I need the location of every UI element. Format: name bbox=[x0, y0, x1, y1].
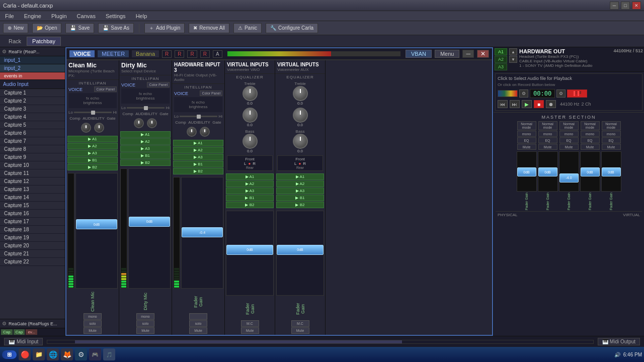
maximize-button[interactable]: □ bbox=[621, 2, 630, 10]
ms-fader-track-a1[interactable]: 0dB bbox=[517, 151, 537, 192]
send-a3-1[interactable]: ▶ A3 bbox=[67, 150, 118, 156]
capture-5[interactable]: Capture 5 bbox=[0, 121, 65, 129]
a-button[interactable]: A bbox=[213, 50, 222, 58]
send-b2-2[interactable]: ▶ B2 bbox=[120, 159, 171, 166]
menu-engine[interactable]: Engine bbox=[22, 13, 43, 19]
configure-button[interactable]: 🔧 Configure Carla bbox=[266, 23, 318, 33]
ms-mono-a1[interactable]: mono bbox=[517, 131, 536, 137]
capture-16[interactable]: Capture 16 bbox=[0, 210, 65, 218]
capture-10[interactable]: Capture 10 bbox=[0, 161, 65, 169]
minimize-button[interactable]: ─ bbox=[610, 2, 619, 10]
capture-20[interactable]: Capture 20 bbox=[0, 242, 65, 250]
taskbar-icon-browser[interactable]: 🌐 bbox=[47, 348, 59, 360]
knob-comp-3[interactable] bbox=[187, 127, 197, 137]
mute-btn-1[interactable]: Mute bbox=[84, 327, 102, 334]
slider-thumb-1[interactable] bbox=[91, 111, 95, 115]
slider-track-2[interactable] bbox=[127, 107, 165, 109]
taskbar-speaker-icon[interactable]: 🔊 bbox=[614, 352, 620, 357]
play-button[interactable]: ▶ bbox=[522, 100, 532, 108]
capture-12[interactable]: Capture 12 bbox=[0, 177, 65, 186]
meeter-button[interactable]: MEETER bbox=[98, 50, 129, 57]
send-a2-1[interactable]: ▶ A2 bbox=[67, 143, 118, 149]
tab-patchbay[interactable]: Patchbay bbox=[27, 37, 61, 46]
tab-rack[interactable]: Rack bbox=[3, 37, 27, 46]
knob-comp-1[interactable] bbox=[81, 123, 91, 133]
capture-4[interactable]: Capture 4 bbox=[0, 113, 65, 121]
panel-minimize-button[interactable]: ─ bbox=[462, 50, 474, 58]
send-a2-vi2[interactable]: ▶ A2 bbox=[276, 180, 324, 187]
settings-button[interactable]: ⚙ bbox=[519, 89, 528, 98]
remove-all-button[interactable]: ✖ Remove All bbox=[189, 23, 229, 33]
banana-button[interactable]: Banana bbox=[132, 50, 159, 57]
mono-btn-2[interactable]: mono bbox=[136, 313, 154, 320]
color-panel-btn-3[interactable]: Color Panel bbox=[200, 90, 222, 96]
capture-6[interactable]: Capture 6 bbox=[0, 129, 65, 137]
send-a3-vi2[interactable]: ▶ A3 bbox=[276, 188, 324, 194]
knob-gate-2[interactable] bbox=[147, 118, 157, 128]
ms-fader-track-a2[interactable]: 0dB bbox=[538, 151, 558, 192]
ms-fader-b1[interactable]: 0dB bbox=[581, 167, 600, 176]
capture-8[interactable]: Capture 8 bbox=[0, 145, 65, 153]
vban-button[interactable]: VBAN bbox=[406, 50, 432, 58]
ms-fader-a2[interactable]: 0dB bbox=[538, 167, 557, 176]
send-a3-3[interactable]: ▶ A3 bbox=[173, 154, 223, 160]
close-button[interactable]: ✕ bbox=[632, 2, 641, 10]
fader-track-1[interactable]: 0dB bbox=[75, 173, 118, 289]
mc-btn-vi1[interactable]: M.C bbox=[241, 320, 259, 327]
mute-btn-vi2[interactable]: Mute bbox=[291, 327, 309, 334]
mute-btn-vi1[interactable]: Mute bbox=[241, 327, 259, 334]
send-b1-3[interactable]: ▶ B1 bbox=[173, 161, 223, 167]
color-panel-btn-1[interactable]: Color Panel bbox=[94, 86, 117, 92]
sidebar-input1[interactable]: input_1 bbox=[0, 56, 65, 64]
eq-knob-bass-vi2[interactable] bbox=[293, 134, 308, 149]
sidebar-input2[interactable]: input_2 bbox=[0, 64, 65, 72]
fader-handle-vi1[interactable]: 0dB bbox=[226, 245, 273, 255]
taskbar-icon-vlc[interactable]: 🔴 bbox=[19, 348, 31, 360]
ms-fader-track-a3[interactable]: -4.0 bbox=[559, 151, 579, 192]
ms-eq-a2[interactable]: EQ bbox=[538, 137, 557, 143]
sidebar-audio-input[interactable]: Audio Input bbox=[0, 80, 65, 89]
send-b1-2[interactable]: ▶ B1 bbox=[120, 152, 171, 159]
fader-track-vi1[interactable]: 0dB bbox=[226, 211, 274, 296]
ms-fader-track-b2[interactable]: 0dB bbox=[601, 151, 621, 192]
mute-btn-3[interactable]: Mute bbox=[189, 327, 207, 334]
slider-thumb-2[interactable] bbox=[144, 106, 148, 110]
menu-canvas[interactable]: Canvas bbox=[75, 13, 98, 19]
send-a3-2[interactable]: ▶ A3 bbox=[120, 145, 171, 152]
add-plugin-button[interactable]: ＋ Add Plugin bbox=[144, 23, 185, 33]
ev-btn[interactable]: ev... bbox=[26, 329, 37, 335]
mute-btn-2[interactable]: Mute bbox=[136, 327, 154, 334]
menu-help[interactable]: Help bbox=[134, 13, 149, 19]
eq-knob-treble-vi1[interactable] bbox=[243, 86, 258, 101]
solo-btn-3[interactable]: solo bbox=[189, 320, 207, 327]
send-a2-3[interactable]: ▶ A2 bbox=[173, 147, 223, 153]
solo-btn-2[interactable]: solo bbox=[136, 320, 154, 327]
horizontal-scrollbar[interactable] bbox=[47, 340, 594, 344]
fader-handle-3[interactable]: -0.4 bbox=[182, 227, 223, 237]
r-btn-2[interactable]: R bbox=[175, 50, 184, 58]
mono-btn-3[interactable] bbox=[189, 313, 207, 320]
rewind-button[interactable]: ⏮ bbox=[498, 100, 508, 108]
send-a1-vi1[interactable]: ▶ A1 bbox=[226, 173, 274, 180]
fader-handle-vi2[interactable]: 0dB bbox=[277, 245, 324, 255]
knob-gate-3[interactable] bbox=[200, 127, 210, 137]
slider-track-3[interactable] bbox=[180, 116, 218, 117]
capture-21[interactable]: Capture 21 bbox=[0, 250, 65, 258]
stop-button[interactable]: ■ bbox=[534, 100, 544, 108]
new-button[interactable]: ⊕ New bbox=[3, 23, 28, 33]
save-button[interactable]: 💾 Save bbox=[65, 23, 94, 33]
capture-17[interactable]: Capture 17 bbox=[0, 218, 65, 226]
capture-9[interactable]: Capture 9 bbox=[0, 153, 65, 161]
send-b2-vi1[interactable]: ▶ B2 bbox=[226, 202, 274, 208]
fader-handle-2[interactable]: 0dB bbox=[129, 217, 170, 227]
ms-eq-a3[interactable]: EQ bbox=[559, 137, 579, 143]
ms-eq-b2[interactable]: EQ bbox=[602, 137, 621, 143]
ms-mono-a2[interactable]: mono bbox=[538, 131, 557, 137]
menu-file[interactable]: File bbox=[3, 13, 16, 19]
eq-knob-bass-vi1[interactable] bbox=[243, 134, 258, 149]
open-button[interactable]: 📂 Open bbox=[32, 23, 61, 33]
panic-button[interactable]: ⚠ Panic bbox=[233, 23, 262, 33]
ms-mute-a1[interactable]: Mute bbox=[517, 144, 536, 150]
send-b2-vi2[interactable]: ▶ B2 bbox=[276, 202, 324, 208]
ms-fader-a3[interactable]: -4.0 bbox=[559, 173, 579, 183]
